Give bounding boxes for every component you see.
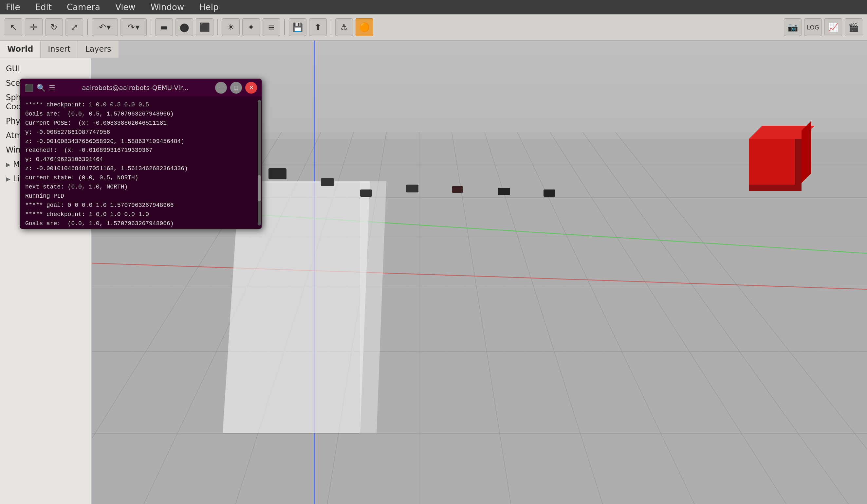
robot-obj-7: [544, 189, 555, 197]
rotate-tool-button[interactable]: ↻: [45, 18, 63, 36]
terminal-maximize-button[interactable]: □: [230, 82, 242, 94]
toolbar-sep-1: [87, 19, 88, 35]
terminal-line-7: z: -0.0010104684847051168, 1.56134626823…: [25, 164, 256, 174]
toolbar-sep-5: [331, 19, 331, 35]
toolbar-sep-4: [284, 19, 285, 35]
terminal-output: ***** checkpoint: 1 0.0 0.5 0.0 0.5Goals…: [25, 100, 256, 229]
red-cube: [749, 139, 802, 191]
menu-help[interactable]: Help: [196, 1, 221, 13]
terminal-title: aairobots@aairobots-QEMU-Vir...: [58, 84, 212, 92]
terminal-minimize-button[interactable]: ─: [215, 82, 227, 94]
box-insert-button[interactable]: ▬: [155, 18, 173, 36]
chart-button[interactable]: 📈: [824, 18, 842, 36]
tabs-row: World Insert Layers: [0, 41, 91, 58]
terminal-icon: ⬛: [24, 84, 33, 92]
tab-insert[interactable]: Insert: [41, 41, 78, 58]
undo-button[interactable]: ↶▼: [92, 18, 118, 36]
terminal-line-11: ***** goal: 0 0 0.0 1.0 1.57079632679489…: [25, 201, 256, 210]
select-tool-button[interactable]: ↖: [4, 18, 22, 36]
robot-obj-2: [321, 178, 334, 186]
terminal-line-2: Current POSE: (x: -0.008338862046511181: [25, 119, 256, 128]
menubar: File Edit Camera View Window Help: [0, 0, 867, 14]
terminal-line-9: next state: (0.0, 1.0, NORTH): [25, 183, 256, 192]
lines-button[interactable]: ≡: [263, 18, 280, 36]
terminal-line-5: reached!: (x: -0.010899316719339367: [25, 146, 256, 155]
toolbar-sep-2: [151, 19, 151, 35]
terminal-titlebar: ⬛ 🔍 ☰ aairobots@aairobots-QEMU-Vir... ─ …: [20, 79, 261, 97]
terminal-line-4: z: -0.0010083437656058920, 1.58863710945…: [25, 137, 256, 146]
robot-obj-6: [498, 188, 510, 195]
terminal-body[interactable]: ***** checkpoint: 1 0.0 0.5 0.0 0.5Goals…: [20, 97, 261, 229]
terminal-menu-icon[interactable]: ☰: [49, 84, 55, 92]
terminal-line-13: Goals are: (0.0, 1.0, 1.5707963267948966…: [25, 219, 256, 228]
terminal-line-1: Goals are: (0.0, 0.5, 1.5707963267948966…: [25, 110, 256, 119]
terminal-line-14: Current POSE: (x: -0.010837166718649196: [25, 228, 256, 229]
menu-camera[interactable]: Camera: [64, 1, 103, 13]
menu-edit[interactable]: Edit: [33, 1, 54, 13]
scale-tool-button[interactable]: ⤢: [65, 18, 83, 36]
anchor-button[interactable]: ⚓: [335, 18, 353, 36]
screenshot-button[interactable]: 📷: [784, 18, 802, 36]
menu-window[interactable]: Window: [148, 1, 187, 13]
sun-light-button[interactable]: ☀: [222, 18, 240, 36]
terminal-line-0: ***** checkpoint: 1 0.0 0.5 0.0 0.5: [25, 100, 256, 110]
log-button[interactable]: LOG: [804, 18, 822, 36]
terminal-line-8: current state: (0.0, 0.5, NORTH): [25, 174, 256, 183]
terminal-line-12: ***** checkpoint: 1 0.0 1.0 0.0 1.0: [25, 210, 256, 219]
toolbar-sep-3: [217, 19, 218, 35]
robot-obj-3: [360, 189, 372, 197]
redo-button[interactable]: ↷▼: [120, 18, 147, 36]
terminal-line-6: y: 0.47649623106391464: [25, 155, 256, 164]
terminal-line-10: Running PID: [25, 192, 256, 201]
tab-world[interactable]: World: [0, 41, 41, 58]
terminal-search-icon[interactable]: 🔍: [37, 84, 45, 92]
sphere-insert-button[interactable]: ⬤: [175, 18, 193, 36]
move-tool-button[interactable]: ✛: [25, 18, 43, 36]
robot-obj-4: [406, 185, 418, 193]
save-button[interactable]: 💾: [289, 18, 307, 36]
point-light-button[interactable]: ✦: [242, 18, 260, 36]
terminal-scrollthumb[interactable]: [258, 175, 261, 201]
menu-view[interactable]: View: [113, 1, 138, 13]
video-button[interactable]: 🎬: [845, 18, 863, 36]
menu-file[interactable]: File: [3, 1, 23, 13]
tab-layers[interactable]: Layers: [78, 41, 119, 58]
terminal-scrollbar[interactable]: [258, 100, 261, 226]
robot-obj-1: [268, 168, 287, 179]
toolbar: ↖ ✛ ↻ ⤢ ↶▼ ↷▼ ▬ ⬤ ⬛ ☀ ✦ ≡ 💾 ⬆ ⚓ 🟠 📷 LOG …: [0, 14, 867, 41]
sidebar-item-gui[interactable]: GUI: [4, 62, 86, 76]
robot-obj-5: [452, 186, 463, 193]
terminal-line-3: y: -0.008527861087747956: [25, 128, 256, 137]
terminal-window[interactable]: ⬛ 🔍 ☰ aairobots@aairobots-QEMU-Vir... ─ …: [20, 78, 262, 229]
cylinder-insert-button[interactable]: ⬛: [196, 18, 213, 36]
upload-button[interactable]: ⬆: [309, 18, 327, 36]
orange-tool-button[interactable]: 🟠: [356, 18, 373, 36]
terminal-close-button[interactable]: ✕: [245, 82, 257, 94]
